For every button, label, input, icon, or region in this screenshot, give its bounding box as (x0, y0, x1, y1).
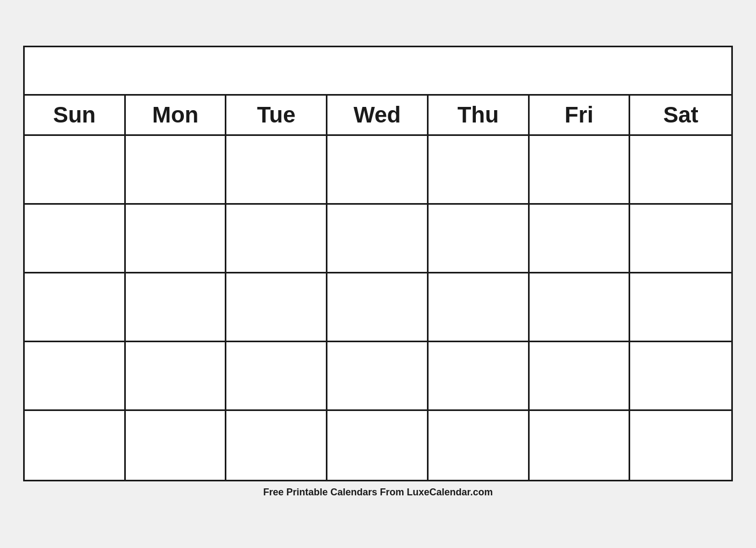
calendar-row-5 (25, 411, 731, 480)
cell-2-7[interactable] (630, 205, 731, 272)
calendar-row-1 (25, 136, 731, 205)
cell-4-1[interactable] (25, 342, 126, 409)
cell-2-6[interactable] (530, 205, 631, 272)
cell-4-2[interactable] (126, 342, 227, 409)
cell-5-5[interactable] (429, 411, 530, 480)
cell-2-3[interactable] (226, 205, 327, 272)
cell-5-6[interactable] (530, 411, 631, 480)
calendar-page: Sun Mon Tue Wed Thu Fri Sat (23, 46, 733, 481)
cell-3-2[interactable] (126, 273, 227, 341)
header-thu: Thu (429, 96, 530, 134)
cell-5-1[interactable] (25, 411, 126, 480)
calendar-body (25, 136, 731, 480)
cell-2-2[interactable] (126, 205, 227, 272)
cell-1-2[interactable] (126, 136, 227, 203)
cell-5-7[interactable] (630, 411, 731, 480)
cell-4-5[interactable] (429, 342, 530, 409)
cell-5-3[interactable] (226, 411, 327, 480)
header-fri: Fri (530, 96, 631, 134)
cell-1-1[interactable] (25, 136, 126, 203)
cell-1-4[interactable] (327, 136, 429, 203)
cell-2-5[interactable] (429, 205, 530, 272)
cell-5-4[interactable] (327, 411, 429, 480)
cell-4-7[interactable] (630, 342, 731, 409)
header-sat: Sat (630, 96, 731, 134)
cell-1-3[interactable] (226, 136, 327, 203)
cell-2-1[interactable] (25, 205, 126, 272)
cell-4-4[interactable] (327, 342, 429, 409)
calendar-header: Sun Mon Tue Wed Thu Fri Sat (25, 96, 731, 136)
cell-4-3[interactable] (226, 342, 327, 409)
calendar-row-2 (25, 205, 731, 273)
footer-text: Free Printable Calendars From LuxeCalend… (263, 481, 493, 502)
calendar-title-row (25, 47, 731, 96)
calendar-row-3 (25, 273, 731, 342)
calendar-row-4 (25, 342, 731, 411)
cell-3-4[interactable] (327, 273, 429, 341)
cell-5-2[interactable] (126, 411, 227, 480)
cell-3-7[interactable] (630, 273, 731, 341)
header-wed: Wed (327, 96, 429, 134)
cell-3-3[interactable] (226, 273, 327, 341)
header-sun: Sun (25, 96, 126, 134)
header-tue: Tue (226, 96, 327, 134)
cell-3-6[interactable] (530, 273, 631, 341)
cell-3-1[interactable] (25, 273, 126, 341)
cell-3-5[interactable] (429, 273, 530, 341)
cell-1-7[interactable] (630, 136, 731, 203)
cell-4-6[interactable] (530, 342, 631, 409)
cell-1-5[interactable] (429, 136, 530, 203)
cell-1-6[interactable] (530, 136, 631, 203)
cell-2-4[interactable] (327, 205, 429, 272)
header-mon: Mon (126, 96, 227, 134)
